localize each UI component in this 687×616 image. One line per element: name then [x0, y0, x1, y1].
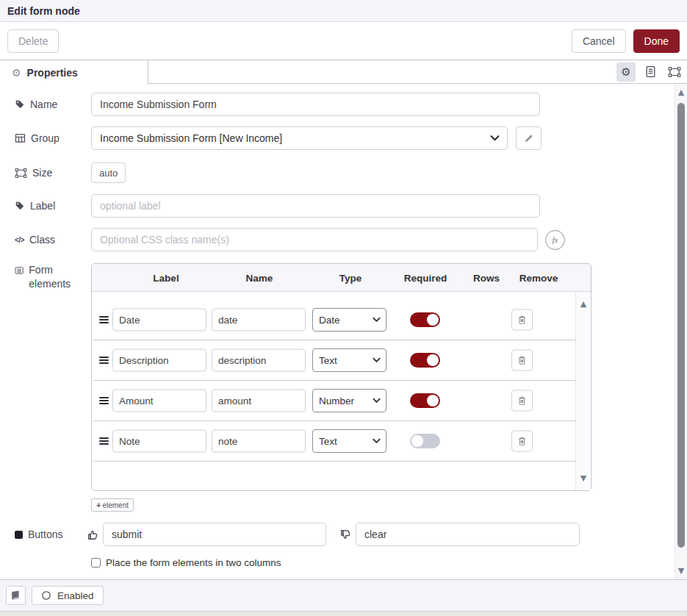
table-header: Label Name Type Required Rows Remove: [92, 264, 591, 292]
edit-group-button[interactable]: [516, 126, 542, 150]
drag-handle-icon[interactable]: [99, 316, 109, 323]
remove-row-button[interactable]: [511, 309, 533, 331]
remove-row-button[interactable]: [511, 390, 533, 412]
label-label: Label: [15, 200, 91, 212]
two-columns-label: Place the form elements in two columns: [106, 557, 281, 568]
element-name-input[interactable]: [212, 309, 306, 332]
element-type-wrap: Text: [312, 348, 386, 372]
scroll-down-icon[interactable]: ▼: [678, 567, 684, 575]
class-input[interactable]: [91, 228, 538, 251]
description-tab-button[interactable]: [641, 62, 660, 82]
properties-tab-button[interactable]: ⚙: [616, 62, 636, 82]
element-type-wrap: Number: [312, 389, 386, 412]
trash-icon: [517, 355, 528, 366]
table-body: Date Text: [92, 292, 591, 490]
element-label-input[interactable]: [112, 390, 206, 412]
class-row: </> Class fx: [15, 228, 565, 251]
scrollbar-thumb[interactable]: [677, 103, 685, 548]
drag-handle-icon[interactable]: [99, 397, 109, 404]
done-button[interactable]: Done: [633, 29, 680, 53]
appearance-tab-button[interactable]: [665, 62, 684, 82]
table-row: Number: [93, 381, 575, 421]
scroll-down-icon[interactable]: ▼: [580, 474, 586, 482]
tag-icon: [15, 201, 25, 211]
buttons-label: Buttons: [15, 529, 87, 540]
label-input[interactable]: [91, 194, 540, 218]
dialog-header: Edit form node: [0, 0, 687, 22]
name-input[interactable]: [91, 93, 540, 116]
node-help-button[interactable]: [6, 586, 26, 605]
element-label-input[interactable]: [112, 430, 206, 453]
element-label-input[interactable]: [112, 309, 206, 332]
gear-icon: ⚙: [12, 67, 21, 79]
group-select[interactable]: Income Submission Form [New Income]: [91, 126, 508, 150]
form-elements-label: Form elements: [15, 263, 85, 291]
size-auto-button[interactable]: auto: [91, 162, 126, 183]
tab-properties[interactable]: ⚙ Properties: [0, 60, 148, 85]
col-header-label: Label: [153, 272, 179, 283]
element-type-select[interactable]: Date: [312, 308, 386, 332]
env-var-button[interactable]: fx: [545, 230, 565, 250]
element-type-select[interactable]: Number: [312, 389, 386, 412]
list-icon: [15, 265, 24, 276]
element-name-input[interactable]: [212, 390, 306, 412]
scroll-up-icon[interactable]: ▲: [580, 300, 586, 308]
thumbs-down-icon: [339, 529, 352, 541]
required-toggle[interactable]: [410, 353, 440, 368]
submit-button-label-input[interactable]: [103, 523, 326, 546]
code-icon: </>: [15, 236, 24, 244]
toggle-knob: [427, 395, 439, 407]
required-toggle[interactable]: [410, 312, 440, 327]
square-icon: [15, 531, 23, 539]
table-row: Date: [93, 300, 575, 340]
remove-row-button[interactable]: [511, 431, 533, 452]
add-element-button[interactable]: +element: [91, 498, 134, 512]
two-columns-checkbox[interactable]: [91, 558, 101, 567]
plus-icon: +: [96, 501, 101, 509]
element-name-input[interactable]: [212, 430, 306, 453]
remove-row-button[interactable]: [511, 350, 533, 371]
table-icon: [15, 133, 26, 143]
table-row: Text: [93, 421, 575, 462]
drag-handle-icon[interactable]: [99, 357, 109, 364]
element-label-input[interactable]: [112, 349, 206, 372]
bottom-edge-strip: [0, 611, 687, 616]
element-type-select[interactable]: Text: [312, 429, 386, 453]
thumbs-up-icon: [87, 529, 99, 541]
col-header-remove: Remove: [519, 272, 558, 283]
class-label: </> Class: [15, 234, 91, 246]
pencil-icon: [523, 133, 534, 144]
scroll-up-icon[interactable]: ▲: [678, 88, 684, 96]
enabled-label: Enabled: [57, 590, 94, 601]
node-enabled-button[interactable]: Enabled: [32, 586, 104, 605]
two-columns-row: Place the form elements in two columns: [91, 557, 281, 568]
name-label: Name: [15, 99, 91, 110]
element-type-wrap: Text: [312, 429, 386, 453]
circle-icon: [41, 590, 51, 601]
table-scrollbar[interactable]: ▲ ▼: [575, 292, 591, 490]
group-row: Group Income Submission Form [New Income…: [15, 126, 542, 150]
drag-handle-icon[interactable]: [99, 437, 109, 445]
size-frame-icon: [15, 168, 27, 179]
clear-button-label-input[interactable]: [356, 523, 580, 546]
form-elements-table: Label Name Type Required Rows Remove Dat…: [91, 263, 591, 491]
trash-icon: [517, 395, 528, 407]
required-toggle[interactable]: [410, 434, 440, 448]
col-header-required: Required: [404, 272, 447, 283]
element-type-select[interactable]: Text: [312, 348, 386, 372]
toggle-knob: [411, 435, 423, 447]
label-row: Label: [15, 194, 540, 218]
tab-icon-buttons: ⚙: [616, 60, 687, 83]
toggle-knob: [427, 314, 439, 326]
dialog-footer: Enabled: [0, 579, 687, 611]
element-name-input[interactable]: [212, 349, 306, 372]
cancel-button[interactable]: Cancel: [572, 29, 626, 53]
group-select-wrap: Income Submission Form [New Income]: [91, 126, 508, 150]
required-toggle[interactable]: [410, 393, 440, 408]
gear-icon: ⚙: [621, 65, 630, 79]
delete-button[interactable]: Delete: [7, 29, 59, 53]
element-type-wrap: Date: [312, 308, 386, 332]
book-icon: [10, 590, 21, 601]
main-scrollbar[interactable]: ▲ ▼: [675, 84, 687, 579]
size-row: Size auto: [15, 161, 126, 185]
